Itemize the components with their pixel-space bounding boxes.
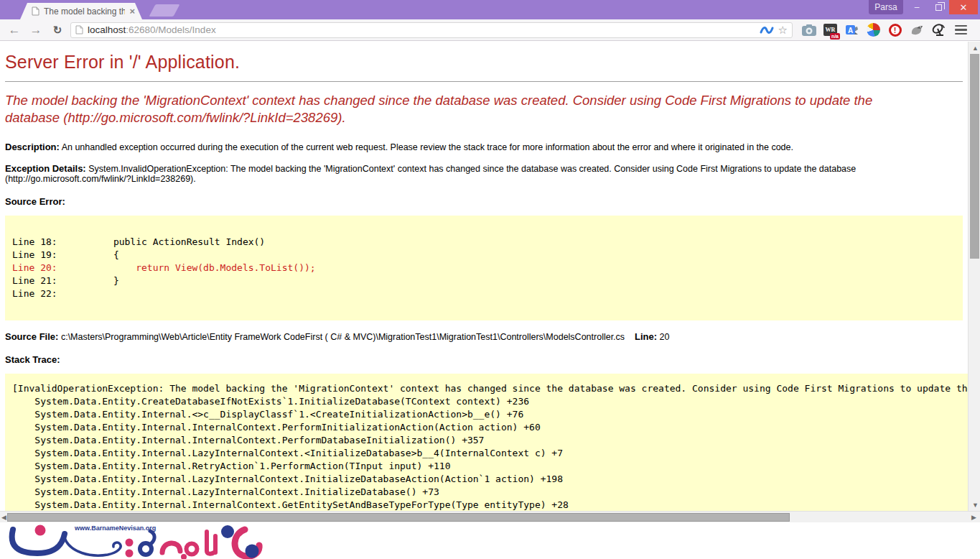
error-message: The model backing the 'MigrationContext'… bbox=[5, 92, 968, 127]
satellite-icon[interactable] bbox=[930, 22, 946, 37]
horizontal-scrollbar-thumb[interactable] bbox=[7, 513, 790, 522]
browser-tab[interactable]: The model backing the 'M × bbox=[20, 3, 142, 19]
close-button[interactable]: ✕ bbox=[949, 0, 978, 14]
description-text: An unhandled exception occurred during t… bbox=[62, 142, 793, 152]
error-page: Server Error in '/' Application. The mod… bbox=[0, 42, 968, 511]
na-badge: n/a bbox=[830, 33, 840, 40]
logo-site-url: www.BarnameNevisan.org bbox=[75, 525, 156, 532]
page-favicon-icon bbox=[32, 6, 39, 16]
back-button[interactable]: ← bbox=[6, 23, 23, 37]
forward-button[interactable]: → bbox=[27, 23, 45, 37]
horizontal-scrollbar[interactable]: ◀ ▶ bbox=[0, 511, 980, 522]
browser-titlebar: The model backing the 'M × Parsa – ✕ bbox=[0, 0, 980, 19]
restore-icon bbox=[935, 4, 942, 11]
exception-details-text: System.InvalidOperationException: The mo… bbox=[5, 164, 856, 184]
page-icon bbox=[75, 25, 83, 34]
profile-badge[interactable]: Parsa bbox=[869, 0, 903, 14]
description-label: Description: bbox=[5, 142, 60, 152]
pie-chart-icon[interactable] bbox=[866, 22, 881, 37]
page-viewport: Server Error in '/' Application. The mod… bbox=[0, 42, 968, 511]
pie-icon-shape bbox=[867, 23, 880, 37]
source-file-label: Source File: bbox=[5, 331, 58, 342]
minimize-button[interactable]: – bbox=[906, 0, 928, 14]
source-file-line: Source File: c:\Masters\Programming\Web\… bbox=[5, 331, 968, 342]
source-code-after: Line 21: } Line 22: bbox=[12, 275, 119, 299]
vertical-scrollbar-thumb[interactable] bbox=[970, 54, 979, 259]
line-number: 20 bbox=[660, 332, 670, 342]
description-line: Description: An unhandled exception occu… bbox=[5, 142, 968, 152]
stack-trace-label: Stack Trace: bbox=[5, 354, 968, 365]
stack-trace-text: [InvalidOperationException: The model ba… bbox=[12, 382, 968, 511]
tab-title: The model backing the 'M bbox=[44, 6, 125, 17]
source-code-highlight-line: Line 20: return View(db.Models.ToList())… bbox=[12, 262, 316, 273]
wr-na-icon[interactable]: WR n/a bbox=[823, 22, 838, 37]
extensions-row: WR n/a A ! bbox=[801, 22, 967, 37]
url-path: :62680/Models/Index bbox=[126, 24, 215, 35]
url-host: localhost bbox=[88, 24, 126, 35]
scroll-up-icon[interactable]: ▲ bbox=[972, 45, 979, 52]
address-bar[interactable]: localhost:62680/Models/Index ☆ bbox=[70, 22, 793, 38]
browser-toolbar: ← → ↻ localhost:62680/Models/Index ☆ WR … bbox=[0, 19, 980, 41]
restore-button[interactable] bbox=[928, 0, 949, 14]
bird-icon[interactable] bbox=[909, 22, 924, 37]
translate-icon[interactable]: A bbox=[844, 22, 859, 37]
page-title: Server Error in '/' Application. bbox=[5, 52, 968, 73]
scroll-down-icon[interactable]: ▼ bbox=[972, 502, 979, 509]
url-text[interactable]: localhost:62680/Models/Index bbox=[88, 24, 755, 35]
source-error-label: Source Error: bbox=[5, 196, 968, 207]
barnamenevisan-logo: www.BarnameNevisan.org bbox=[3, 522, 270, 559]
wave-extension-icon[interactable] bbox=[760, 26, 774, 34]
source-file-path: c:\Masters\Programming\Web\Article\Entit… bbox=[61, 332, 625, 342]
footer: www.BarnameNevisan.org bbox=[0, 522, 980, 559]
exclamation-badge: ! bbox=[889, 24, 902, 37]
warning-icon[interactable]: ! bbox=[887, 22, 902, 37]
window-controls: – ✕ bbox=[906, 0, 978, 14]
source-code: Line 18: public ActionResult Index() Lin… bbox=[12, 236, 956, 300]
camera-icon[interactable] bbox=[801, 22, 816, 37]
menu-button[interactable] bbox=[955, 25, 967, 35]
exception-details-line: Exception Details: System.InvalidOperati… bbox=[5, 163, 968, 184]
divider bbox=[5, 81, 963, 82]
tab-close-icon[interactable]: × bbox=[129, 6, 135, 17]
source-code-before: Line 18: public ActionResult Index() Lin… bbox=[12, 236, 265, 260]
bookmark-star-icon[interactable]: ☆ bbox=[778, 24, 788, 37]
vertical-scrollbar[interactable]: ▲ ▼ bbox=[968, 42, 980, 511]
reload-button[interactable]: ↻ bbox=[49, 24, 66, 37]
scroll-left-icon[interactable]: ◀ bbox=[1, 514, 6, 521]
scroll-right-icon[interactable]: ▶ bbox=[971, 514, 976, 521]
new-tab-button[interactable] bbox=[149, 4, 179, 17]
stack-trace-box: [InvalidOperationException: The model ba… bbox=[5, 374, 968, 511]
source-error-box: Line 18: public ActionResult Index() Lin… bbox=[5, 216, 963, 320]
exception-details-label: Exception Details: bbox=[5, 163, 86, 174]
svg-text:A: A bbox=[847, 26, 852, 34]
line-label: Line: bbox=[635, 331, 657, 342]
